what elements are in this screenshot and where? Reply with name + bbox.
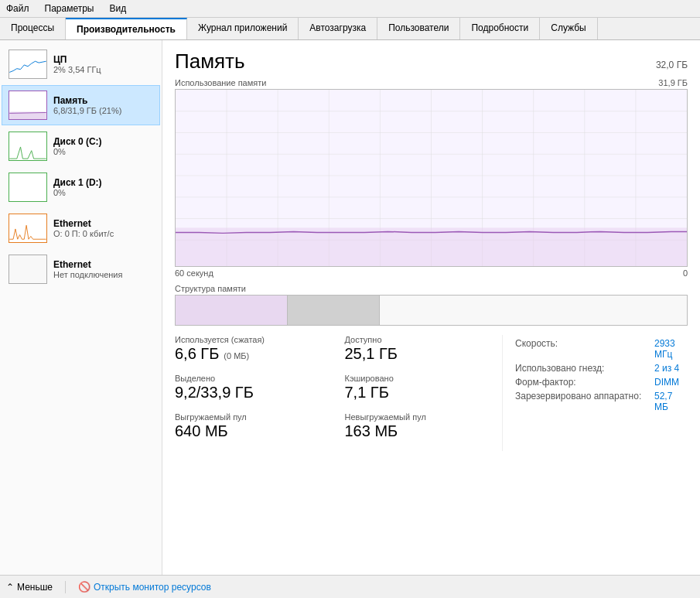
- svg-rect-23: [176, 227, 687, 266]
- stat-used-label: Используется (сжатая): [175, 335, 333, 344]
- menu-params[interactable]: Параметры: [42, 2, 97, 15]
- right-stats-table: Скорость: 2933 МГц Использовано гнезд: 2…: [515, 338, 688, 412]
- content-area: Память 32,0 ГБ Использование памяти 31,9…: [162, 40, 700, 575]
- ethernet2-thumbnail: [9, 255, 47, 284]
- graph-usage-label: Использование памяти: [175, 78, 266, 87]
- sidebar: ЦП 2% 3,54 ГГц Память 6,8/31,9 ГБ (21%): [0, 40, 162, 575]
- ethernet2-info: Ethernet Нет подключения: [53, 259, 153, 279]
- speed-row: Скорость: 2933 МГц: [515, 338, 688, 360]
- svg-rect-3: [9, 132, 46, 160]
- less-button[interactable]: ⌃ Меньше: [6, 582, 53, 593]
- sidebar-item-disk1[interactable]: Диск 1 (D:) 0%: [2, 167, 160, 207]
- disk1-thumbnail: [9, 173, 47, 202]
- ethernet2-name: Ethernet: [53, 259, 153, 270]
- stat-available-label: Доступно: [345, 335, 503, 344]
- tab-performance[interactable]: Производительность: [66, 18, 187, 39]
- cpu-name: ЦП: [53, 54, 153, 65]
- disk1-name: Диск 1 (D:): [53, 177, 153, 188]
- tab-startup[interactable]: Автозагрузка: [299, 18, 377, 39]
- stat-used-value: 6,6 ГБ: [175, 345, 219, 363]
- reserved-value: 52,7 МБ: [654, 391, 688, 412]
- memory-structure: Структура памяти: [175, 284, 688, 326]
- slots-row: Использовано гнезд: 2 из 4: [515, 363, 688, 374]
- form-value: DIMM: [654, 377, 679, 388]
- right-stats: Скорость: 2933 МГц Использовано гнезд: 2…: [502, 335, 688, 451]
- memory-thumbnail: [9, 91, 47, 120]
- stat-pageable-value: 640 МБ: [175, 422, 333, 440]
- slots-value: 2 из 4: [654, 363, 679, 374]
- sidebar-item-ethernet2[interactable]: Ethernet Нет подключения: [2, 249, 160, 289]
- no-entry-icon: 🚫: [78, 581, 90, 593]
- memory-detail: 6,8/31,9 ГБ (21%): [53, 106, 153, 115]
- mem-used-segment: [176, 296, 288, 325]
- stat-allocated-value: 9,2/33,9 ГБ: [175, 384, 333, 402]
- stat-cached: Кэшировано 7,1 ГБ: [345, 374, 503, 402]
- svg-rect-4: [9, 173, 46, 201]
- chevron-up-icon: ⌃: [6, 582, 14, 593]
- graph-time-right: 0: [683, 268, 688, 278]
- graph-time-row: 60 секунд 0: [175, 268, 688, 278]
- cpu-thumbnail: [9, 50, 47, 79]
- memory-structure-label: Структура памяти: [175, 284, 688, 293]
- form-label: Форм-фактор:: [515, 377, 654, 388]
- ethernet1-info: Ethernet О: 0 П: 0 кбит/с: [53, 218, 153, 238]
- graph-section: Использование памяти 31,9 ГБ: [175, 78, 688, 278]
- stat-pageable-label: Выгружаемый пул: [175, 412, 333, 422]
- ethernet1-detail: О: 0 П: 0 кбит/с: [53, 229, 153, 238]
- cpu-detail: 2% 3,54 ГГц: [53, 65, 153, 74]
- sidebar-item-disk0[interactable]: Диск 0 (C:) 0%: [2, 126, 160, 166]
- stat-allocated: Выделено 9,2/33,9 ГБ: [175, 374, 333, 402]
- divider: [65, 581, 66, 593]
- reserved-label: Зарезервировано аппаратно:: [515, 391, 654, 412]
- menu-file[interactable]: Файл: [3, 2, 32, 15]
- svg-rect-5: [9, 214, 46, 242]
- memory-structure-bar: [175, 295, 688, 326]
- graph-container: [175, 89, 688, 267]
- svg-rect-0: [9, 50, 46, 78]
- disk0-name: Диск 0 (C:): [53, 136, 153, 147]
- stat-nonpageable: Невыгружаемый пул 163 МБ: [345, 412, 503, 440]
- tab-details[interactable]: Подробности: [460, 18, 540, 39]
- less-label: Меньше: [17, 582, 53, 593]
- sidebar-item-cpu[interactable]: ЦП 2% 3,54 ГГц: [2, 44, 160, 84]
- stat-used-sub: (0 МБ): [224, 351, 249, 361]
- tab-bar: Процессы Производительность Журнал прило…: [0, 18, 700, 40]
- tab-services[interactable]: Службы: [540, 18, 597, 39]
- disk1-info: Диск 1 (D:) 0%: [53, 177, 153, 197]
- stat-available-value: 25,1 ГБ: [345, 345, 503, 363]
- tab-app-history[interactable]: Журнал приложений: [187, 18, 299, 39]
- stat-pageable: Выгружаемый пул 640 МБ: [175, 412, 333, 440]
- sidebar-item-ethernet1[interactable]: Ethernet О: 0 П: 0 кбит/с: [2, 208, 160, 248]
- disk0-info: Диск 0 (C:) 0%: [53, 136, 153, 156]
- tab-users[interactable]: Пользователи: [377, 18, 460, 39]
- left-stats: Используется (сжатая) 6,6 ГБ (0 МБ) Дост…: [175, 335, 502, 451]
- graph-label-row: Использование памяти 31,9 ГБ: [175, 78, 688, 87]
- disk1-detail: 0%: [53, 188, 153, 197]
- main-layout: ЦП 2% 3,54 ГГц Память 6,8/31,9 ГБ (21%): [0, 40, 700, 575]
- menu-view[interactable]: Вид: [106, 2, 129, 15]
- form-row: Форм-фактор: DIMM: [515, 377, 688, 388]
- stat-cached-value: 7,1 ГБ: [345, 384, 503, 402]
- memory-name: Память: [53, 95, 153, 106]
- stats-area: Используется (сжатая) 6,6 ГБ (0 МБ) Дост…: [175, 335, 688, 451]
- mem-standby-segment: [380, 296, 687, 325]
- monitor-label: Открыть монитор ресурсов: [94, 582, 211, 593]
- memory-info: Память 6,8/31,9 ГБ (21%): [53, 95, 153, 115]
- open-monitor-button[interactable]: 🚫 Открыть монитор ресурсов: [78, 581, 211, 593]
- stat-nonpageable-value: 163 МБ: [345, 422, 503, 440]
- svg-rect-6: [9, 255, 46, 283]
- speed-label: Скорость:: [515, 338, 654, 360]
- tab-processes[interactable]: Процессы: [0, 18, 66, 39]
- disk0-thumbnail: [9, 132, 47, 161]
- stat-available: Доступно 25,1 ГБ: [345, 335, 503, 363]
- stat-nonpageable-label: Невыгружаемый пул: [345, 412, 503, 422]
- stat-used: Используется (сжатая) 6,6 ГБ (0 МБ): [175, 335, 333, 363]
- stat-allocated-label: Выделено: [175, 374, 333, 383]
- disk0-detail: 0%: [53, 147, 153, 156]
- bottom-bar: ⌃ Меньше 🚫 Открыть монитор ресурсов: [0, 575, 700, 598]
- memory-total: 32,0 ГБ: [656, 60, 688, 70]
- content-header: Память 32,0 ГБ: [175, 50, 688, 73]
- sidebar-item-memory[interactable]: Память 6,8/31,9 ГБ (21%): [2, 85, 160, 125]
- mem-modified-segment: [288, 296, 380, 325]
- slots-label: Использовано гнезд:: [515, 363, 654, 374]
